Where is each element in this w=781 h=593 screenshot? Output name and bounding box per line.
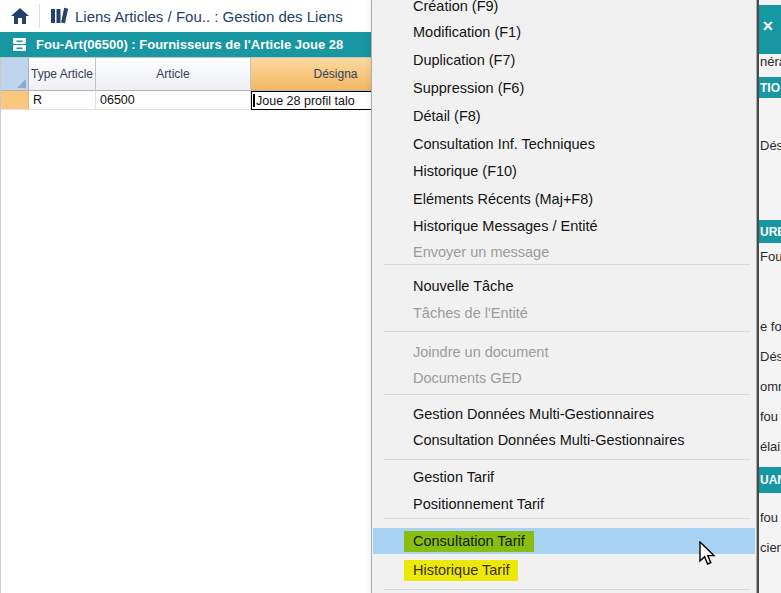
menu-separator xyxy=(384,394,750,395)
menu-item-envoyer-message: Envoyer un message xyxy=(373,239,755,266)
menu-item-elements-recents[interactable]: Eléments Récents (Maj+F8) xyxy=(373,186,755,213)
menu-item-gestion-tarif[interactable]: Gestion Tarif xyxy=(373,464,755,491)
menu-item-documents-ged: Documents GED xyxy=(373,365,755,392)
menu-separator xyxy=(384,459,750,460)
menu-separator xyxy=(384,518,750,519)
right-panel-header: ✕ xyxy=(759,5,781,54)
toolbar-divider xyxy=(39,4,40,28)
mouse-cursor-icon xyxy=(698,541,720,567)
right-fragment: Dési xyxy=(760,349,781,364)
right-fragment: fou xyxy=(760,510,778,525)
context-menu: Création (F9) Modification (F1) Duplicat… xyxy=(371,0,757,593)
menu-item-suppression[interactable]: Suppression (F6) xyxy=(373,75,755,102)
menu-item-creation[interactable]: Création (F9) xyxy=(373,0,755,20)
right-fragment: élai l xyxy=(760,439,781,454)
menu-item-positionnement-tarif[interactable]: Positionnement Tarif xyxy=(373,491,755,518)
right-section-band: URE xyxy=(759,220,781,243)
table-row[interactable]: R 06500 Joue 28 profil talo xyxy=(1,91,421,110)
right-section-band: TIO xyxy=(759,77,781,98)
tab-title: Liens Articles / Fou.. : Gestion des Lie… xyxy=(75,8,343,25)
articles-grid: Type Article Article Désigna R 06500 Jou… xyxy=(0,57,371,593)
right-fragment: fou xyxy=(760,409,778,424)
library-icon xyxy=(50,7,68,25)
menu-item-joindre-document: Joindre un document xyxy=(373,339,755,366)
right-panel-sliver: ✕ néra TIO Dés URE Fou e fo Dési omn fou… xyxy=(759,0,781,593)
menu-item-historique[interactable]: Historique (F10) xyxy=(373,158,755,185)
text-caret xyxy=(253,94,255,107)
column-header-article[interactable]: Article xyxy=(96,57,251,91)
right-fragment: néra xyxy=(760,54,781,69)
app-window: Liens Articles / Fou.. : Gestion des Lie… xyxy=(0,0,781,593)
right-fragment: omn xyxy=(760,379,781,394)
menu-item-nouvelle-tache[interactable]: Nouvelle Tâche xyxy=(373,273,755,300)
menu-item-gestion-donnees-multi-gestionnaires[interactable]: Gestion Données Multi-Gestionnaires xyxy=(373,401,755,428)
row-selector-cell[interactable] xyxy=(1,91,29,110)
menu-item-consultation-donnees-multi-gestionnaires[interactable]: Consultation Données Multi-Gestionnaires xyxy=(373,427,755,454)
drawers-icon xyxy=(12,37,27,52)
menu-item-modification[interactable]: Modification (F1) xyxy=(373,19,755,46)
menu-separator xyxy=(384,264,750,265)
corner-triangle-icon xyxy=(17,79,26,88)
tab-liens-articles[interactable]: Liens Articles / Fou.. : Gestion des Lie… xyxy=(44,0,343,32)
right-section-band: UAN xyxy=(759,467,781,493)
right-fragment: Fou xyxy=(760,249,781,264)
menu-item-detail[interactable]: Détail (F8) xyxy=(373,103,755,130)
right-fragment: Dés xyxy=(760,138,781,153)
right-fragment: cien xyxy=(760,540,781,555)
menu-item-taches-entite: Tâches de l'Entité xyxy=(373,300,755,327)
column-header-type-article[interactable]: Type Article xyxy=(29,57,96,91)
window-title: Fou-Art(06500) : Fournisseurs de l'Artic… xyxy=(36,37,343,52)
close-icon[interactable]: ✕ xyxy=(762,18,774,34)
menu-item-historique-messages-entite[interactable]: Historique Messages / Entité xyxy=(373,213,755,240)
menu-item-duplication[interactable]: Duplication (F7) xyxy=(373,47,755,74)
home-button[interactable] xyxy=(6,3,34,29)
menu-item-consultation-inf-techniques[interactable]: Consultation Inf. Techniques xyxy=(373,131,755,158)
menu-separator xyxy=(384,331,750,332)
select-all-corner[interactable] xyxy=(1,57,29,91)
right-fragment: e fo xyxy=(760,319,781,334)
cell-designation-text: Joue 28 profil talo xyxy=(256,94,355,108)
home-icon xyxy=(10,6,30,26)
menu-separator xyxy=(384,589,750,590)
cell-type-article: R xyxy=(29,91,96,110)
grid-header-row: Type Article Article Désigna xyxy=(1,57,421,91)
cell-article: 06500 xyxy=(96,91,251,110)
